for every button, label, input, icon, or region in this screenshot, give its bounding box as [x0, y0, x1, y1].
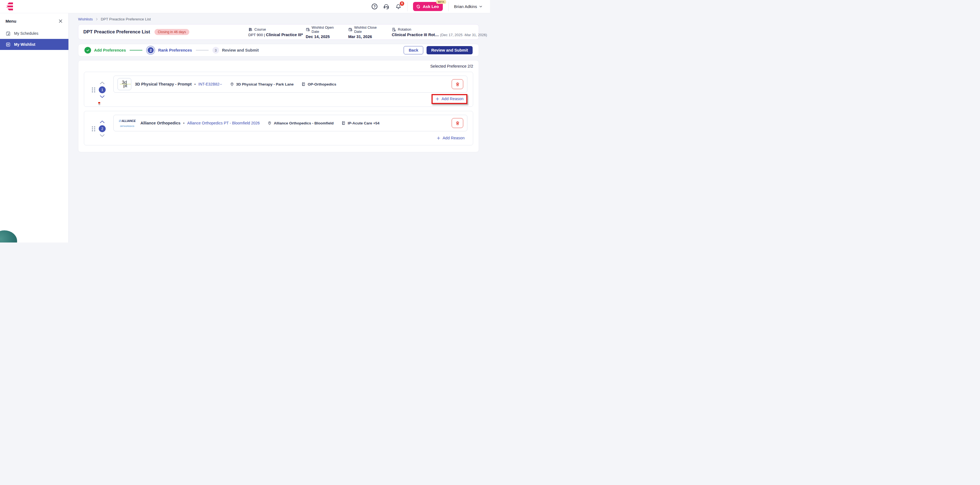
rank-badge: 1 — [99, 86, 106, 93]
step-connector — [130, 50, 142, 51]
preference-card-1: 1 3d pt 3D Physical Therapy - Pr — [84, 72, 473, 107]
step-number: 3 — [212, 47, 219, 54]
open-date-value: Dec 14, 2025 — [306, 35, 341, 39]
move-up-icon[interactable] — [100, 81, 105, 84]
sidebar-item-label: My Wishlist — [14, 42, 35, 47]
notifications-bell-icon[interactable]: 6 — [395, 3, 402, 10]
rotation-label: Rotation — [398, 27, 411, 32]
drag-handle-icon[interactable] — [92, 87, 95, 92]
step-review-submit: 3 Review and Submit — [212, 47, 259, 54]
site-name: Alliance Orthopedics — [140, 121, 180, 125]
slot-link[interactable]: Alliance Orthopedics PT - Bloomfield 202… — [187, 121, 260, 125]
review-and-submit-button[interactable]: Review and Submit — [426, 46, 473, 54]
user-name: Brian Adkins — [454, 4, 477, 9]
chevron-down-icon — [479, 5, 483, 8]
preference-detail-card: 3d pt 3D Physical Therapy - Prompt • INT… — [113, 76, 468, 93]
back-button[interactable]: Back — [404, 46, 423, 54]
setting-text: OP-Orthopedics — [308, 82, 336, 86]
preference-card-2: 2 ALLIANCE ORTHOPEDICS Alliance Orthoped… — [84, 111, 473, 145]
site-logo: ALLIANCE ORTHOPEDICS — [118, 118, 137, 128]
closing-badge: Closing in 46 days — [154, 29, 189, 35]
rotation-info: Rotation Clinical Practice III Rot… (Dec… — [392, 27, 487, 37]
close-date-label: Wishlist Close Date — [354, 25, 385, 33]
close-menu-icon[interactable] — [58, 19, 63, 24]
preference-detail-card: ALLIANCE ORTHOPEDICS Alliance Orthopedic… — [113, 115, 468, 131]
setting-meta: IP-Acute Care +54 — [341, 121, 379, 125]
trash-icon — [455, 121, 460, 126]
add-reason-button[interactable]: Add Reason — [434, 133, 468, 143]
logo-text: ORTHOPEDICS — [120, 125, 134, 127]
support-headset-icon[interactable] — [383, 3, 390, 10]
step-number: 2 — [148, 47, 154, 53]
open-date-info: Wishlist Open Date Dec 14, 2025 — [306, 25, 341, 39]
notification-count-badge: 6 — [400, 2, 404, 6]
calendar-clock-icon — [348, 27, 353, 32]
delete-preference-button[interactable] — [452, 79, 463, 89]
move-up-icon[interactable] — [100, 120, 105, 123]
stepper: Add Preferences 2 Rank Preferences 3 Rev… — [78, 44, 479, 57]
sidebar-item-my-schedules[interactable]: My Schedules — [0, 28, 68, 39]
main-content: Wishlists DPT Preactice Preference List … — [69, 13, 490, 243]
trash-icon — [455, 82, 460, 87]
course-label: Course — [255, 27, 266, 32]
plus-icon — [435, 97, 439, 101]
step-label: Rank Preferences — [158, 48, 192, 52]
sidebar-item-label: My Schedules — [14, 31, 38, 36]
close-date-value: Mar 31, 2026 — [348, 35, 385, 39]
move-down-icon[interactable] — [100, 95, 105, 98]
location-meta: Alliance Orthopedics - Bloomfield — [267, 121, 334, 125]
step-complete-check-icon — [84, 47, 91, 54]
ask-leo-button[interactable]: Ask Leo BETA — [413, 2, 442, 11]
divider — [407, 2, 407, 11]
wishlist-list-icon — [6, 42, 11, 47]
decorative-teal-corner — [0, 231, 17, 243]
drag-handle-icon[interactable] — [92, 126, 95, 131]
step-rank-preferences: 2 Rank Preferences — [146, 47, 192, 53]
sidebar-item-my-wishlist[interactable]: My Wishlist — [0, 39, 68, 50]
plus-icon — [436, 136, 441, 140]
separator: • — [183, 121, 185, 125]
annotation-highlight-box: Add Reason — [431, 94, 468, 104]
sidebar-nav: My Schedules My Wishlist — [0, 28, 68, 50]
add-reason-button[interactable]: Add Reason — [433, 95, 466, 102]
calendar-clock-icon — [306, 27, 310, 32]
exxat-logo[interactable] — [6, 3, 13, 11]
logo-text: ALLIANCE — [119, 119, 136, 122]
preferences-panel: Selected Preference 2/2 1 — [78, 60, 479, 152]
step-label: Review and Submit — [222, 48, 259, 52]
menu-title: Menu — [6, 19, 16, 24]
site-logo: 3d pt — [118, 78, 131, 90]
page-title: DPT Preactice Preference List — [83, 29, 150, 35]
book-icon — [301, 82, 306, 86]
location-meta: 3D Physical Therapy - Park Lane — [230, 82, 294, 86]
chevron-right-icon — [95, 17, 99, 21]
logo-text: pt — [123, 84, 127, 87]
step-add-preferences: Add Preferences — [84, 47, 126, 54]
slot-link[interactable]: INT-E32B82-- — [198, 82, 222, 86]
help-icon[interactable]: ? — [372, 3, 377, 10]
location-pin-icon — [267, 121, 272, 125]
book-icon — [341, 121, 346, 125]
separator: • — [194, 82, 196, 86]
user-menu[interactable]: Brian Adkins — [454, 4, 483, 9]
location-text: Alliance Orthopedics - Bloomfield — [274, 121, 334, 125]
site-name: 3D Physical Therapy - Prompt — [135, 82, 191, 86]
cursor-artifact — [98, 102, 100, 105]
move-down-icon[interactable] — [100, 134, 105, 137]
location-text: 3D Physical Therapy - Park Lane — [236, 82, 294, 86]
add-reason-label: Add Reason — [441, 97, 463, 101]
sidebar: Menu My Schedules My Wishlist — [0, 13, 69, 243]
selected-preference-count: Selected Preference 2/2 — [84, 64, 473, 68]
add-reason-label: Add Reason — [442, 136, 465, 140]
location-pin-icon — [230, 82, 234, 86]
breadcrumb-current: DPT Preactice Preference List — [101, 17, 151, 21]
rotation-card-icon — [392, 27, 396, 32]
course-info: Course DPT 900 | Clinical Practice III* — [248, 27, 299, 37]
breadcrumb-wishlists-link[interactable]: Wishlists — [78, 17, 93, 21]
wishlist-header-card: DPT Preactice Preference List Closing in… — [78, 24, 479, 40]
step-connector — [196, 50, 208, 51]
topbar: ? 6 Ask Leo — [0, 0, 490, 13]
delete-preference-button[interactable] — [452, 118, 463, 128]
course-code: DPT 900 | — [248, 33, 266, 37]
breadcrumb: Wishlists DPT Preactice Preference List — [78, 17, 479, 21]
